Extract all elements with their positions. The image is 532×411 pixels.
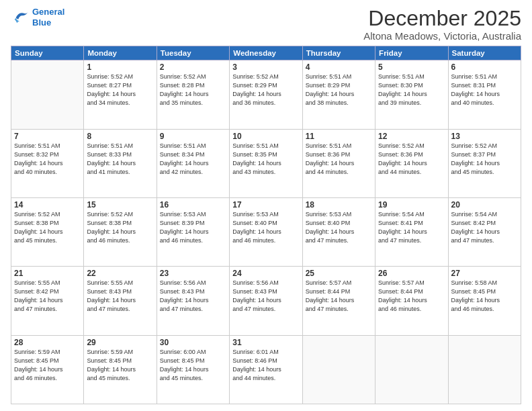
sunset-text: Sunset: 8:46 PM bbox=[232, 357, 277, 364]
sunrise-text: Sunrise: 5:52 AM bbox=[87, 73, 133, 80]
main-title: December 2025 bbox=[363, 7, 521, 30]
daylight-line2: and 45 minutes. bbox=[160, 375, 203, 381]
day-number: 6 bbox=[451, 62, 518, 72]
cell-info: Sunrise: 5:51 AMSunset: 8:30 PMDaylight:… bbox=[378, 73, 445, 107]
daylight-line2: and 44 minutes. bbox=[232, 375, 275, 381]
daylight-line2: and 46 minutes. bbox=[378, 306, 421, 312]
day-number: 10 bbox=[232, 132, 299, 141]
daylight-line2: and 47 minutes. bbox=[160, 306, 203, 312]
table-row: 26Sunrise: 5:57 AMSunset: 8:44 PMDayligh… bbox=[375, 267, 448, 335]
daylight-line2: and 46 minutes. bbox=[451, 306, 494, 312]
cell-info: Sunrise: 6:01 AMSunset: 8:46 PMDaylight:… bbox=[232, 348, 299, 383]
sunrise-text: Sunrise: 5:54 AM bbox=[451, 211, 498, 218]
daylight-line1: Daylight: 14 hours bbox=[378, 228, 427, 235]
sunset-text: Sunset: 8:39 PM bbox=[160, 220, 205, 226]
cell-info: Sunrise: 5:51 AMSunset: 8:32 PMDaylight:… bbox=[14, 142, 81, 177]
table-row: 10Sunrise: 5:51 AMSunset: 8:35 PMDayligh… bbox=[230, 129, 302, 197]
sunset-text: Sunset: 8:41 PM bbox=[378, 220, 423, 226]
table-row: 7Sunrise: 5:51 AMSunset: 8:32 PMDaylight… bbox=[11, 129, 84, 197]
cell-info: Sunrise: 5:55 AMSunset: 8:42 PMDaylight:… bbox=[14, 279, 81, 314]
cell-info: Sunrise: 5:52 AMSunset: 8:37 PMDaylight:… bbox=[451, 142, 518, 177]
daylight-line2: and 47 minutes. bbox=[378, 237, 421, 244]
sunset-text: Sunset: 8:27 PM bbox=[87, 82, 132, 89]
daylight-line2: and 46 minutes. bbox=[160, 237, 203, 244]
cell-info: Sunrise: 5:59 AMSunset: 8:45 PMDaylight:… bbox=[14, 348, 81, 383]
sunrise-text: Sunrise: 5:55 AM bbox=[87, 279, 133, 286]
table-row: 19Sunrise: 5:54 AMSunset: 8:41 PMDayligh… bbox=[375, 197, 448, 266]
daylight-line1: Daylight: 14 hours bbox=[14, 228, 63, 235]
daylight-line1: Daylight: 14 hours bbox=[14, 160, 63, 167]
daylight-line2: and 38 minutes. bbox=[306, 99, 349, 106]
col-sunday: Sunday bbox=[11, 46, 84, 60]
sunrise-text: Sunrise: 5:51 AM bbox=[14, 142, 60, 149]
day-number: 1 bbox=[87, 62, 153, 72]
day-number: 14 bbox=[14, 200, 81, 210]
sunrise-text: Sunrise: 5:51 AM bbox=[160, 142, 206, 149]
daylight-line1: Daylight: 14 hours bbox=[160, 91, 209, 97]
sunset-text: Sunset: 8:40 PM bbox=[232, 220, 277, 226]
day-number: 7 bbox=[14, 132, 81, 141]
day-number: 18 bbox=[306, 200, 372, 210]
day-number: 26 bbox=[378, 269, 445, 278]
daylight-line1: Daylight: 14 hours bbox=[451, 91, 500, 97]
title-block: December 2025 Altona Meadows, Victoria, … bbox=[363, 7, 521, 42]
logo-icon bbox=[11, 9, 30, 26]
cell-info: Sunrise: 5:51 AMSunset: 8:35 PMDaylight:… bbox=[232, 142, 299, 177]
cell-info: Sunrise: 5:54 AMSunset: 8:41 PMDaylight:… bbox=[378, 210, 445, 245]
daylight-line1: Daylight: 14 hours bbox=[160, 228, 209, 235]
sunrise-text: Sunrise: 5:55 AM bbox=[14, 279, 60, 286]
cell-info: Sunrise: 5:56 AMSunset: 8:43 PMDaylight:… bbox=[232, 279, 299, 314]
table-row: 25Sunrise: 5:57 AMSunset: 8:44 PMDayligh… bbox=[302, 267, 375, 335]
daylight-line2: and 35 minutes. bbox=[160, 99, 203, 106]
table-row: 28Sunrise: 5:59 AMSunset: 8:45 PMDayligh… bbox=[11, 335, 84, 404]
table-row: 15Sunrise: 5:52 AMSunset: 8:38 PMDayligh… bbox=[84, 197, 157, 266]
sunset-text: Sunset: 8:43 PM bbox=[232, 288, 277, 295]
daylight-line2: and 45 minutes. bbox=[87, 375, 130, 381]
sunset-text: Sunset: 8:33 PM bbox=[87, 151, 132, 158]
cell-info: Sunrise: 6:00 AMSunset: 8:45 PMDaylight:… bbox=[160, 348, 226, 383]
day-number: 22 bbox=[87, 269, 153, 278]
cell-info: Sunrise: 5:51 AMSunset: 8:34 PMDaylight:… bbox=[160, 142, 226, 177]
daylight-line1: Daylight: 14 hours bbox=[232, 366, 281, 373]
sunset-text: Sunset: 8:29 PM bbox=[232, 82, 277, 89]
daylight-line1: Daylight: 14 hours bbox=[232, 228, 281, 235]
day-number: 27 bbox=[451, 269, 518, 278]
day-number: 11 bbox=[306, 132, 372, 141]
day-number: 29 bbox=[87, 338, 153, 347]
cell-info: Sunrise: 5:58 AMSunset: 8:45 PMDaylight:… bbox=[451, 279, 518, 314]
cell-info: Sunrise: 5:55 AMSunset: 8:43 PMDaylight:… bbox=[87, 279, 153, 314]
cell-info: Sunrise: 5:54 AMSunset: 8:42 PMDaylight:… bbox=[451, 210, 518, 245]
daylight-line1: Daylight: 14 hours bbox=[14, 366, 63, 373]
daylight-line2: and 45 minutes. bbox=[451, 169, 494, 175]
sunset-text: Sunset: 8:45 PM bbox=[14, 357, 59, 364]
daylight-line2: and 44 minutes. bbox=[378, 169, 421, 175]
sunset-text: Sunset: 8:29 PM bbox=[306, 82, 351, 89]
sunset-text: Sunset: 8:45 PM bbox=[87, 357, 132, 364]
daylight-line1: Daylight: 14 hours bbox=[160, 366, 209, 373]
daylight-line1: Daylight: 14 hours bbox=[378, 91, 427, 97]
daylight-line1: Daylight: 14 hours bbox=[87, 366, 136, 373]
sunset-text: Sunset: 8:38 PM bbox=[87, 220, 132, 226]
sunrise-text: Sunrise: 5:57 AM bbox=[378, 279, 425, 286]
day-number: 28 bbox=[14, 338, 81, 347]
logo-general: General bbox=[32, 7, 64, 17]
table-row bbox=[11, 60, 84, 129]
table-row: 2Sunrise: 5:52 AMSunset: 8:28 PMDaylight… bbox=[157, 60, 229, 129]
daylight-line2: and 46 minutes. bbox=[87, 237, 130, 244]
sunrise-text: Sunrise: 5:52 AM bbox=[160, 73, 206, 80]
daylight-line1: Daylight: 14 hours bbox=[87, 228, 136, 235]
sunset-text: Sunset: 8:34 PM bbox=[160, 151, 205, 158]
day-number: 4 bbox=[306, 62, 372, 72]
daylight-line1: Daylight: 14 hours bbox=[378, 160, 427, 167]
table-row: 29Sunrise: 5:59 AMSunset: 8:45 PMDayligh… bbox=[84, 335, 157, 404]
table-row: 18Sunrise: 5:53 AMSunset: 8:40 PMDayligh… bbox=[302, 197, 375, 266]
sunrise-text: Sunrise: 5:52 AM bbox=[232, 73, 279, 80]
cell-info: Sunrise: 5:51 AMSunset: 8:29 PMDaylight:… bbox=[306, 73, 372, 107]
sunrise-text: Sunrise: 6:01 AM bbox=[232, 349, 279, 355]
sunset-text: Sunset: 8:40 PM bbox=[306, 220, 351, 226]
day-number: 21 bbox=[14, 269, 81, 278]
sunrise-text: Sunrise: 5:52 AM bbox=[451, 142, 498, 149]
cell-info: Sunrise: 5:52 AMSunset: 8:36 PMDaylight:… bbox=[378, 142, 445, 177]
table-row: 27Sunrise: 5:58 AMSunset: 8:45 PMDayligh… bbox=[448, 267, 521, 335]
logo-text: General Blue bbox=[32, 7, 64, 28]
